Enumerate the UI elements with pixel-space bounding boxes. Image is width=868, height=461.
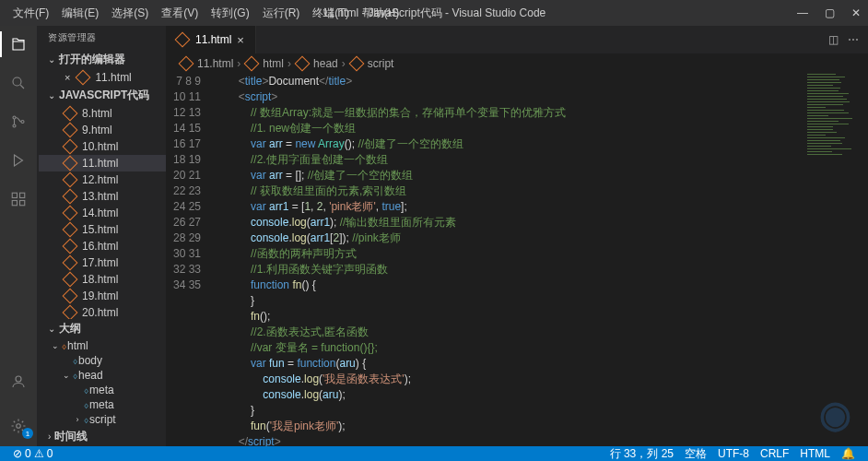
outline-item[interactable]: ⌄⬨ html [37,338,166,353]
source-control-icon[interactable] [7,111,29,133]
outline-type-icon: ⬨ [72,354,78,367]
settings-icon[interactable]: 1 [7,415,29,437]
maximize-button[interactable]: ▢ [825,6,835,19]
explorer-sidebar: 资源管理器 ⌄打开的编辑器 ×11.html ⌄JAVASCRIPT代码 8.h… [37,26,166,446]
svg-rect-7 [20,201,25,206]
minimize-button[interactable]: — [797,6,808,19]
notifications-icon[interactable]: 🔔 [836,446,861,462]
file-item[interactable]: 18.html [39,271,166,288]
file-item[interactable]: 12.html [39,171,166,188]
svg-rect-4 [12,193,17,197]
status-bar: ⊘0 ⚠0 行 33，列 25 空格 UTF-8 CRLF HTML 🔔 [0,446,868,461]
window-controls: — ▢ ✕ [797,6,861,19]
activity-bar: 1 [0,26,37,446]
file-item[interactable]: 8.html [39,105,166,122]
html-file-icon [63,239,78,254]
status-spaces[interactable]: 空格 [679,446,712,462]
menu-item[interactable]: 转到(G) [205,2,254,25]
close-tab-icon[interactable]: × [237,33,244,47]
html-file-icon [63,172,78,188]
outline-type-icon: ⬨ [83,384,89,396]
svg-point-1 [13,116,16,119]
status-errors[interactable]: ⊘0 ⚠0 [7,447,58,460]
open-editors-section[interactable]: ⌄打开的编辑器 [37,50,166,69]
svg-point-0 [13,77,21,86]
code-editor[interactable]: 7 8 9 10 11 12 13 14 15 16 17 18 19 20 2… [166,74,868,446]
warning-icon: ⚠ [34,447,44,460]
menu-item[interactable]: 编辑(E) [56,2,104,25]
window-title: 11.html - JavaScript代码 - Visual Studio C… [323,6,546,21]
title-bar: 文件(F)编辑(E)选择(S)查看(V)转到(G)运行(R)终端(T)帮助(H)… [0,0,868,26]
status-encoding[interactable]: UTF-8 [712,446,755,462]
html-file-icon [63,123,78,138]
svg-rect-6 [12,201,17,206]
file-item[interactable]: 10.html [39,138,166,155]
file-item[interactable]: 9.html [39,122,166,138]
file-item[interactable]: 20.html [39,304,166,319]
explorer-icon[interactable] [7,33,29,55]
file-item[interactable]: 17.html [39,254,166,271]
status-language[interactable]: HTML [794,446,836,462]
project-section[interactable]: ⌄JAVASCRIPT代码 [37,86,166,105]
html-file-icon [63,305,78,319]
more-actions-icon[interactable]: ⋯ [848,33,859,46]
outline-item[interactable]: ⬨ body [37,353,166,368]
outline-type-icon: ⬨ [72,369,78,382]
status-eol[interactable]: CRLF [755,446,794,462]
outline-section[interactable]: ⌄大纲 [37,319,166,338]
close-icon[interactable]: × [65,72,70,83]
extensions-icon[interactable] [7,188,29,210]
html-file-icon [63,255,78,271]
menu-item[interactable]: 查看(V) [156,2,204,25]
html-file-icon [63,189,78,205]
file-item[interactable]: 11.html [39,155,166,171]
outline-item[interactable]: ›⬨ script [37,412,166,427]
menu-item[interactable]: 运行(R) [257,2,306,25]
outline-type-icon: ⬨ [61,339,67,352]
outline-item[interactable]: ⌄⬨ head [37,368,166,383]
svg-rect-5 [20,193,25,197]
tab-11-html[interactable]: 11.html × [166,26,256,53]
editor-area: 11.html × ◫ ⋯ 11.html›html›head›script 7… [166,26,868,446]
file-item[interactable]: 19.html [39,288,166,304]
breadcrumb-item[interactable]: 11.html [197,57,233,70]
menu-item[interactable]: 选择(S) [106,2,154,25]
outline-type-icon: ⬨ [83,413,89,426]
close-button[interactable]: ✕ [851,6,861,19]
breadcrumb-item[interactable]: script [368,57,394,70]
file-item[interactable]: 14.html [39,205,166,221]
html-file-icon [63,206,78,221]
outline-item[interactable]: ⬨ meta [37,383,166,397]
error-icon: ⊘ [13,447,22,460]
breadcrumb-item[interactable]: head [313,57,338,70]
file-item[interactable]: 16.html [39,238,166,254]
breadcrumb-icon [244,56,260,72]
timeline-section[interactable]: ›时间线 [37,427,166,446]
editor-actions: ◫ ⋯ [819,33,868,46]
outline-type-icon: ⬨ [83,398,89,411]
minimap[interactable] [805,74,861,184]
split-editor-icon[interactable]: ◫ [828,33,839,46]
html-file-icon [63,156,78,171]
svg-point-2 [13,124,16,127]
outline-item[interactable]: ⬨ meta [37,397,166,412]
breadcrumb-icon [179,56,194,72]
svg-point-8 [16,376,21,382]
svg-point-9 [17,424,21,429]
search-icon[interactable] [7,72,29,94]
tab-bar: 11.html × ◫ ⋯ [166,26,868,53]
file-item[interactable]: 15.html [39,221,166,238]
sidebar-title: 资源管理器 [37,26,166,50]
html-file-icon [63,139,78,155]
breadcrumb[interactable]: 11.html›html›head›script [166,53,868,74]
svg-point-3 [21,121,24,124]
menu-item[interactable]: 文件(F) [7,2,54,25]
breadcrumb-icon [348,56,364,72]
open-editor-item[interactable]: ×11.html [39,69,166,86]
accounts-icon[interactable] [7,371,29,393]
html-file-icon [63,272,78,288]
run-debug-icon[interactable] [7,149,29,171]
breadcrumb-item[interactable]: html [263,57,284,70]
cursor-position[interactable]: 行 33，列 25 [604,446,679,462]
file-item[interactable]: 13.html [39,188,166,205]
